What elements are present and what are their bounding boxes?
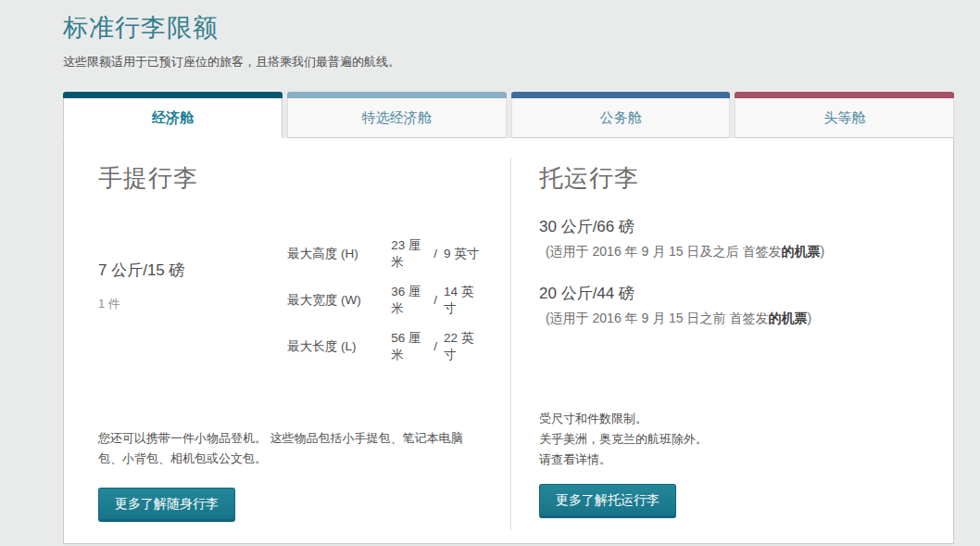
carry-on-more-button[interactable]: 更多了解随身行李 xyxy=(98,488,235,522)
dimension-row-length: 最大长度 (L) 56 厘米 / 22 英寸 xyxy=(287,330,484,362)
dimension-imperial-value: 9 英寸 xyxy=(444,246,484,262)
note-suffix: ) xyxy=(807,311,811,325)
carry-on-details: 7 公斤/15 磅 1 件 最大高度 (H) 23 厘米 / 9 英寸 最大宽度… xyxy=(98,235,484,376)
checked-restrictions: 受尺寸和件数限制。 关乎美洲，奥克兰的航班除外。 请查看详情。 xyxy=(539,409,925,470)
restriction-line: 请查看详情。 xyxy=(539,450,925,470)
dimension-separator: / xyxy=(433,293,437,307)
dimension-label: 最大长度 (L) xyxy=(287,338,391,355)
tab-economy-label: 经济舱 xyxy=(63,98,283,138)
dimension-metric-value: 23 厘米 xyxy=(391,237,432,270)
dimension-imperial-value: 14 英寸 xyxy=(444,284,484,316)
tab-premium-economy[interactable]: 特选经济舱 xyxy=(287,92,507,138)
tab-economy[interactable]: 经济舱 xyxy=(63,92,283,138)
dimension-row-height: 最大高度 (H) 23 厘米 / 9 英寸 xyxy=(287,237,484,270)
checked-baggage-section: 托运行李 30 公斤/66 磅 (适用于 2016 年 9 月 15 日及之后 … xyxy=(511,138,953,543)
page-subtitle: 这些限额适用于已预订座位的旅客，且搭乘我们最普遍的航线。 xyxy=(63,54,954,70)
note-prefix: (适用于 2016 年 9 月 15 日之前 首签发 xyxy=(546,311,768,325)
tab-business[interactable]: 公务舱 xyxy=(511,92,731,138)
dimension-values: 36 厘米 / 14 英寸 xyxy=(391,284,484,316)
checked-weight: 30 公斤/66 磅 xyxy=(539,216,925,237)
checked-baggage-heading: 托运行李 xyxy=(539,162,925,195)
checked-weight-note: (适用于 2016 年 9 月 15 日之前 首签发的机票) xyxy=(539,311,925,327)
cabin-class-tabs: 经济舱 特选经济舱 公务舱 头等舱 xyxy=(63,92,954,138)
page-title: 标准行李限额 xyxy=(63,11,954,44)
dimension-imperial-value: 22 英寸 xyxy=(444,330,484,362)
tab-premium-economy-accent-bar xyxy=(287,92,507,98)
checked-weight: 20 公斤/44 磅 xyxy=(539,283,925,304)
checked-allowance-previous: 20 公斤/44 磅 (适用于 2016 年 9 月 15 日之前 首签发的机票… xyxy=(539,283,925,327)
note-suffix: ) xyxy=(820,244,824,259)
tab-economy-accent-bar xyxy=(63,92,283,98)
restriction-line: 受尺寸和件数限制。 xyxy=(539,409,925,429)
tab-first[interactable]: 头等舱 xyxy=(735,92,954,138)
dimension-label: 最大宽度 (W) xyxy=(287,292,391,309)
tab-premium-economy-label: 特选经济舱 xyxy=(287,98,507,138)
carry-on-heading: 手提行李 xyxy=(98,162,484,195)
checked-allowance-current: 30 公斤/66 磅 (适用于 2016 年 9 月 15 日及之后 首签发的机… xyxy=(539,216,925,260)
note-bold: 的机票 xyxy=(768,311,807,325)
checked-weight-note: (适用于 2016 年 9 月 15 日及之后 首签发的机票) xyxy=(539,244,925,260)
baggage-panel: 手提行李 7 公斤/15 磅 1 件 最大高度 (H) 23 厘米 / 9 英寸 xyxy=(63,138,954,544)
carry-on-pieces: 1 件 xyxy=(98,296,287,312)
dimension-row-width: 最大宽度 (W) 36 厘米 / 14 英寸 xyxy=(287,284,484,316)
tab-first-accent-bar xyxy=(735,92,954,98)
dimension-label: 最大高度 (H) xyxy=(287,246,391,262)
note-bold: 的机票 xyxy=(781,244,820,259)
restriction-line: 关乎美洲，奥克兰的航班除外。 xyxy=(539,429,925,450)
carry-on-weight-block: 7 公斤/15 磅 1 件 xyxy=(98,235,287,376)
carry-on-note: 您还可以携带一件小物品登机。 这些物品包括小手提包、笔记本电脑包、小背包、相机包… xyxy=(98,428,476,468)
carry-on-section: 手提行李 7 公斤/15 磅 1 件 最大高度 (H) 23 厘米 / 9 英寸 xyxy=(64,138,510,543)
tab-business-accent-bar xyxy=(511,92,731,98)
tab-first-label: 头等舱 xyxy=(735,98,954,138)
carry-on-weight: 7 公斤/15 磅 xyxy=(98,260,287,281)
dimension-values: 56 厘米 / 22 英寸 xyxy=(391,330,484,362)
baggage-allowance-page: 标准行李限额 这些限额适用于已预订座位的旅客，且搭乘我们最普遍的航线。 经济舱 … xyxy=(63,11,954,544)
note-prefix: (适用于 2016 年 9 月 15 日及之后 首签发 xyxy=(546,244,781,259)
dimension-separator: / xyxy=(433,339,437,353)
tab-business-label: 公务舱 xyxy=(511,98,731,138)
dimension-metric-value: 36 厘米 xyxy=(391,284,432,316)
carry-on-dimensions-table: 最大高度 (H) 23 厘米 / 9 英寸 最大宽度 (W) 36 厘米 / 1… xyxy=(287,235,484,376)
dimension-values: 23 厘米 / 9 英寸 xyxy=(391,237,484,270)
checked-more-button[interactable]: 更多了解托运行李 xyxy=(539,484,676,518)
dimension-separator: / xyxy=(433,247,437,260)
dimension-metric-value: 56 厘米 xyxy=(391,330,432,362)
